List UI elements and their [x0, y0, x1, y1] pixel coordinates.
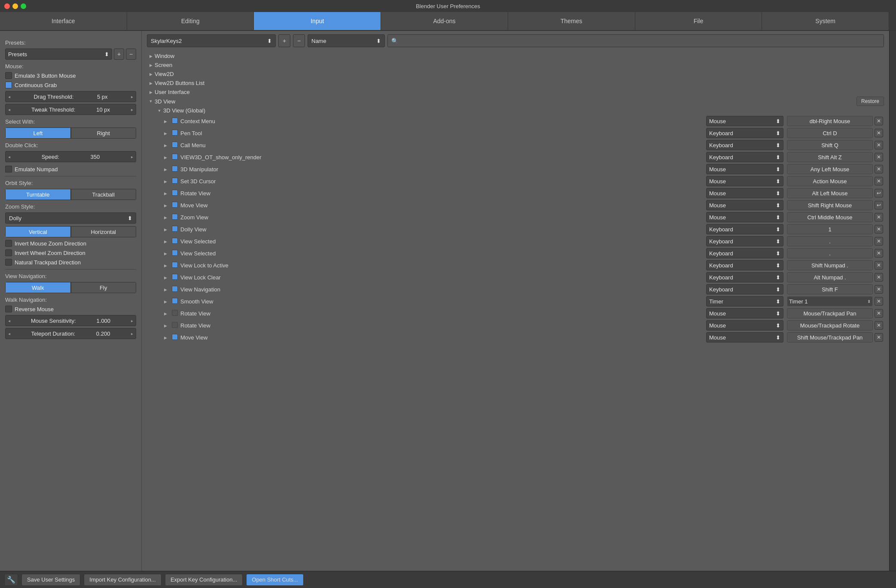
tree-item-view2d-buttons[interactable]: ▶ View2D Buttons List [147, 79, 884, 88]
maximize-button[interactable] [21, 3, 26, 9]
kb-row-dolly-view: ▶ Dolly View Keyboard⬍ 1 ✕ [147, 223, 884, 235]
search-input[interactable]: 🔍 [387, 34, 884, 47]
kb-row-view-navigation: ▶ View Navigation Keyboard⬍ Shift F ✕ [147, 283, 884, 295]
expand-icon: ▶ [147, 63, 155, 67]
kb-expand-icon[interactable]: ▶ [164, 119, 172, 124]
invert-wheel-zoom-checkbox[interactable] [5, 249, 12, 256]
view-fly-btn[interactable]: Fly [71, 282, 137, 293]
natural-trackpad-label: Natural Trackpad Direction [15, 259, 81, 266]
save-user-settings-button[interactable]: Save User Settings [21, 574, 80, 586]
orbit-style-label: Orbit Style: [5, 180, 136, 186]
natural-trackpad-checkbox[interactable] [5, 259, 12, 266]
zoom-style-label: Zoom Style: [5, 203, 136, 210]
tree-item-window[interactable]: ▶ Window [147, 52, 884, 61]
emulate-3btn-row: Emulate 3 Button Mouse [5, 72, 136, 79]
tweak-threshold-field[interactable]: ◂ Tweak Threshold: 10 px ▸ [5, 104, 136, 115]
invert-mouse-zoom-checkbox[interactable] [5, 240, 12, 247]
zoom-vertical-btn[interactable]: Vertical [5, 226, 71, 237]
teleport-duration-field[interactable]: ◂ Teleport Duration: 0.200 ▸ [5, 328, 136, 339]
name-filter-dropdown[interactable]: Name ⬍ [308, 34, 385, 47]
zoom-style-dropdown[interactable]: Dolly ⬍ [5, 212, 136, 224]
tree-item-user-interface[interactable]: ▶ User Interface [147, 88, 884, 97]
window-controls[interactable] [4, 3, 26, 9]
tree-label-user-interface: User Interface [155, 89, 190, 95]
kb-row-view-lock-clear: ▶ View Lock Clear Keyboard⬍ Alt Numpad .… [147, 271, 884, 283]
tree-label-3dview: 3D View [155, 98, 175, 105]
drag-threshold-label: Drag Threshold: [34, 94, 73, 100]
speed-label: Speed: [42, 154, 59, 160]
select-with-label: Select With: [5, 118, 136, 125]
orbit-trackball-btn[interactable]: Trackball [71, 189, 137, 200]
select-with-group: Left Right [5, 127, 136, 139]
tree-item-3dview[interactable]: ▼ 3D View [147, 97, 856, 106]
presets-row: Presets ⬍ + − [5, 48, 136, 60]
kb-row-set-3d-cursor: ▶ Set 3D Cursor Mouse⬍ Action Mouse ✕ [147, 175, 884, 187]
kb-del-context-menu[interactable]: ✕ [875, 117, 884, 125]
speed-value: 350 [91, 154, 100, 160]
restore-button[interactable]: Restore [856, 97, 884, 106]
expand-icon: ▼ [155, 109, 163, 113]
double-click-label: Double Click: [5, 142, 136, 149]
kb-name-view-navigation: View Navigation [180, 286, 704, 293]
tweak-threshold-label: Tweak Threshold: [31, 106, 75, 113]
tree-label-view2d-buttons: View2D Buttons List [155, 80, 204, 86]
kb-row-smooth-view: ▶ Smooth View Timer⬍ Timer 1⬍ ✕ [147, 295, 884, 307]
speed-field[interactable]: ◂ Speed: 350 ▸ [5, 151, 136, 162]
drag-threshold-field[interactable]: ◂ Drag Threshold: 5 px ▸ [5, 91, 136, 102]
preset-name-dropdown[interactable]: SkylarKeys2 ⬍ [147, 34, 276, 47]
tab-interface[interactable]: Interface [0, 12, 127, 30]
main-scrollbar[interactable] [889, 31, 896, 571]
tab-editing[interactable]: Editing [127, 12, 254, 30]
expand-icon: ▼ [147, 99, 155, 103]
natural-trackpad-row: Natural Trackpad Direction [5, 259, 136, 266]
reverse-mouse-row: Reverse Mouse [5, 306, 136, 312]
zoom-horizontal-btn[interactable]: Horizontal [71, 226, 137, 237]
kb-row-rotate-view-2: ▶ Rotate View Mouse⬍ Mouse/Trackpad Pan … [147, 307, 884, 319]
close-button[interactable] [4, 3, 10, 9]
tab-system[interactable]: System [762, 12, 889, 30]
tab-input[interactable]: Input [254, 12, 381, 30]
emulate-3btn-checkbox[interactable] [5, 72, 12, 79]
continuous-grab-checkbox[interactable] [5, 82, 12, 88]
kb-type-context-menu[interactable]: Mouse⬍ [706, 116, 783, 126]
bottom-icon[interactable]: 🔧 [4, 574, 18, 586]
minimize-button[interactable] [12, 3, 18, 9]
tree-item-3dview-global[interactable]: ▼ 3D View (Global) [147, 106, 884, 115]
kb-name-move-view-1: Move View [180, 202, 704, 209]
tab-themes[interactable]: Themes [508, 12, 635, 30]
tab-file[interactable]: File [635, 12, 762, 30]
orbit-turntable-btn[interactable]: Turntable [5, 189, 71, 200]
preset-remove-button[interactable]: − [293, 34, 305, 47]
kb-check-context-menu[interactable] [172, 118, 180, 125]
emulate-numpad-checkbox[interactable] [5, 166, 12, 173]
tab-addons[interactable]: Add-ons [381, 12, 508, 30]
select-left-btn[interactable]: Left [5, 127, 71, 139]
presets-remove-button[interactable]: − [126, 48, 136, 60]
top-nav: Interface Editing Input Add-ons Themes F… [0, 12, 896, 31]
export-key-config-button[interactable]: Export Key Configuration... [165, 574, 243, 586]
import-key-config-button[interactable]: Import Key Configuration... [84, 574, 162, 586]
open-shortcuts-button[interactable]: Open Short Cuts... [246, 574, 304, 586]
kb-expand-icon[interactable]: ▶ [164, 131, 172, 136]
kb-name-call-menu: Call Menu [180, 142, 704, 149]
tree-item-screen[interactable]: ▶ Screen [147, 61, 884, 70]
tree-item-view2d[interactable]: ▶ View2D [147, 70, 884, 79]
mouse-label: Mouse: [5, 63, 136, 70]
kb-name-pen-tool: Pen Tool [180, 130, 704, 136]
kb-name-show-only-render: VIEW3D_OT_show_only_render [180, 154, 704, 161]
kb-row-rotate-view-1: ▶ Rotate View Mouse⬍ Alt Left Mouse ↩ [147, 187, 884, 199]
preset-add-button[interactable]: + [278, 34, 290, 47]
kb-row-zoom-view: ▶ Zoom View Mouse⬍ Ctrl Middle Mouse ✕ [147, 211, 884, 223]
invert-mouse-zoom-row: Invert Mouse Zoom Direction [5, 240, 136, 247]
view-walk-btn[interactable]: Walk [5, 282, 71, 293]
right-panel: SkylarKeys2 ⬍ + − Name ⬍ 🔍 ▶ Window ▶ Sc… [142, 31, 889, 571]
kb-key-context-menu[interactable]: dbl-Right Mouse [787, 116, 873, 126]
select-right-btn[interactable]: Right [71, 127, 137, 139]
window-title: Blender User Preferences [416, 3, 480, 9]
mouse-sensitivity-field[interactable]: ◂ Mouse Sensitivity: 1.000 ▸ [5, 315, 136, 326]
reverse-mouse-checkbox[interactable] [5, 306, 12, 312]
presets-add-button[interactable]: + [114, 48, 124, 60]
emulate-3btn-label: Emulate 3 Button Mouse [15, 73, 76, 79]
presets-dropdown[interactable]: Presets ⬍ [5, 48, 112, 60]
kb-name-view-lock-clear: View Lock Clear [180, 274, 704, 281]
